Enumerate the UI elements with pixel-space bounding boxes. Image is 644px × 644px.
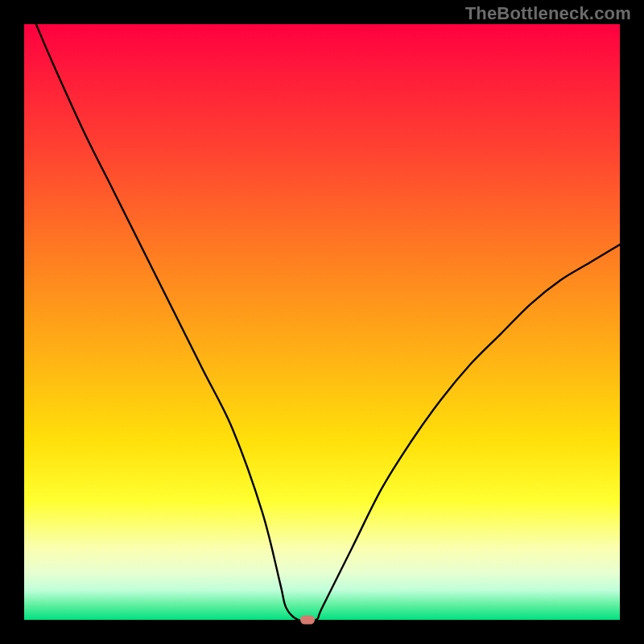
chart-frame: TheBottleneck.com xyxy=(0,0,644,644)
watermark-text: TheBottleneck.com xyxy=(465,3,631,24)
bottleneck-curve xyxy=(24,24,620,620)
plot-area xyxy=(24,24,620,620)
minimum-marker xyxy=(300,616,315,625)
